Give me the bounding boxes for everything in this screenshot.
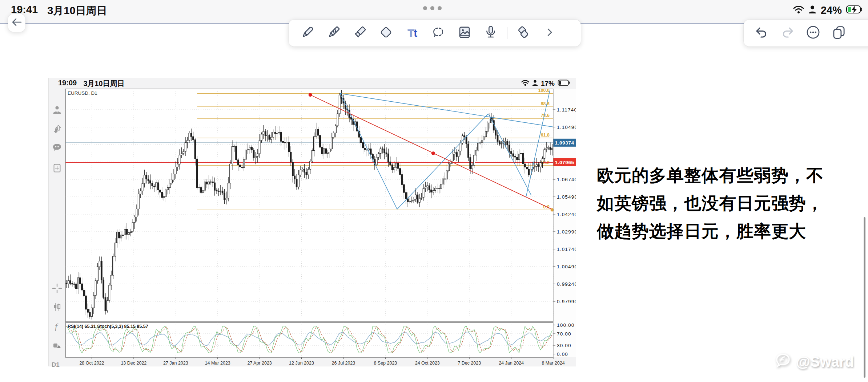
svg-text:27 Jan 2023: 27 Jan 2023 <box>163 361 188 366</box>
svg-text:0.97990: 0.97990 <box>557 299 576 304</box>
svg-text:88.6: 88.6 <box>541 101 550 106</box>
microphone-icon <box>483 25 498 41</box>
screenshot-person-icon <box>532 80 538 88</box>
screenshot-status-time: 19:09 <box>58 79 77 89</box>
toolbar-expand-button[interactable] <box>538 23 561 43</box>
multitask-dots-indicator <box>423 6 442 10</box>
duplicate-button[interactable] <box>832 25 846 41</box>
svg-text:14 Mar 2023: 14 Mar 2023 <box>205 361 230 366</box>
trader-icon[interactable] <box>52 105 62 115</box>
svg-text:28 Oct 2022: 28 Oct 2022 <box>79 361 104 366</box>
svg-text:0.00: 0.00 <box>557 351 568 357</box>
status-right-cluster: 24% <box>793 4 863 16</box>
current-price-badge: 1.09374 <box>553 139 576 147</box>
watermark-handle: @Sward <box>796 354 854 370</box>
pen-tool-button[interactable] <box>296 23 319 43</box>
screenshot-sidebar: f D1 <box>49 89 65 366</box>
svg-text:f: f <box>55 322 59 331</box>
timeframe-label[interactable]: D1 <box>52 361 60 369</box>
watermark: @Sward <box>773 351 854 372</box>
svg-text:1.05490: 1.05490 <box>557 194 576 200</box>
svg-text:1.00490: 1.00490 <box>557 264 576 269</box>
back-button[interactable] <box>8 14 25 32</box>
chat-icon[interactable] <box>52 143 62 152</box>
more-button[interactable] <box>805 25 821 41</box>
screenshot-battery-percent: 17% <box>541 80 555 88</box>
symbol-timeframe-label: EURUSD, D1 <box>68 90 97 96</box>
trade-arrows-icon[interactable] <box>52 125 62 134</box>
screenshot-wifi-icon <box>521 80 529 88</box>
pasted-trading-screenshot[interactable]: 1.117401.104901.092401.079901.067401.054… <box>49 78 576 366</box>
status-time-date: 19:41 3月10日周日 <box>11 4 107 18</box>
lasso-tool-button[interactable] <box>427 23 450 43</box>
eraser-tool-button[interactable] <box>374 23 398 43</box>
svg-text:61.8: 61.8 <box>541 133 550 138</box>
text-tool-button[interactable]: Tt <box>401 23 424 43</box>
highlighter-tool-button[interactable] <box>348 23 371 43</box>
date-axis: 28 Oct 202213 Dec 202227 Jan 202314 Mar … <box>79 357 564 366</box>
new-order-icon[interactable] <box>52 163 62 173</box>
annotation-line-2: 如英镑强，也没有日元强势， <box>597 189 851 217</box>
pencil-tool-button[interactable] <box>322 23 345 43</box>
image-icon <box>457 25 472 41</box>
svg-text:24 Jan 2024: 24 Jan 2024 <box>499 361 524 366</box>
undo-button[interactable] <box>755 25 769 41</box>
text-tool-label-t: t <box>414 27 417 39</box>
svg-text:1.07965: 1.07965 <box>555 160 574 165</box>
svg-text:13 Dec 2022: 13 Dec 2022 <box>121 361 146 366</box>
chart-panels <box>65 89 576 357</box>
annotation-line-1: 欧元的多单整体有些弱势，不 <box>597 161 851 189</box>
objects-icon[interactable] <box>52 341 62 350</box>
chart-type-icon[interactable] <box>52 302 62 312</box>
back-arrow-icon <box>11 17 22 28</box>
svg-text:7 Dec 2023: 7 Dec 2023 <box>458 361 481 366</box>
highlighter-icon <box>353 25 367 41</box>
svg-text:100.00: 100.00 <box>557 322 575 328</box>
screenshot-status-bar: 19:09 3月10日周日 17% <box>49 78 576 89</box>
svg-text:1.06740: 1.06740 <box>557 177 576 182</box>
eurusd-chart: 1.117401.104901.092401.079901.067401.054… <box>49 78 576 366</box>
crosshair-icon[interactable] <box>52 284 62 293</box>
wifi-icon <box>793 4 804 16</box>
text-tool-label-T: T <box>408 27 414 39</box>
status-date: 3月10日周日 <box>47 4 107 18</box>
svg-text:12 Jun 2023: 12 Jun 2023 <box>289 361 314 366</box>
battery-charging-icon <box>846 4 863 16</box>
svg-text:24 Oct 2023: 24 Oct 2023 <box>415 361 440 366</box>
screenshot-status-date: 3月10日周日 <box>83 79 124 89</box>
lasso-icon <box>431 25 446 41</box>
svg-text:1.04240: 1.04240 <box>557 212 576 217</box>
note-action-toolbar <box>744 20 868 46</box>
image-tool-button[interactable] <box>453 23 476 43</box>
svg-text:1.02990: 1.02990 <box>557 229 576 235</box>
pencil-icon <box>326 25 341 41</box>
microphone-tool-button[interactable] <box>479 23 502 43</box>
note-drawing-toolbar: Tt <box>289 20 581 46</box>
note-annotation-text: 欧元的多单整体有些弱势，不 如英镑强，也没有日元强势， 做趋势选择日元，胜率更大 <box>597 161 851 245</box>
watermark-logo-icon <box>773 351 792 372</box>
page-scrollbar[interactable] <box>864 217 865 378</box>
svg-text:30.00: 30.00 <box>557 343 571 348</box>
battery-percent: 24% <box>821 4 842 16</box>
symbol-label: EURUSD, D1 <box>68 90 97 96</box>
oscillator-label: RSI(14) 65.31 Stoch(5,3,3) 85.15 85.57 <box>68 324 148 329</box>
eraser-icon <box>379 25 393 41</box>
pen-icon <box>300 25 315 41</box>
svg-text:8 Sep 2023: 8 Sep 2023 <box>374 361 397 366</box>
person-icon <box>808 4 816 16</box>
shapes-icon <box>516 25 531 41</box>
hline-price-badge: 1.07965 <box>553 158 576 166</box>
screenshot-battery-icon <box>558 80 571 88</box>
indicator-f-icon[interactable]: f <box>52 322 62 331</box>
svg-text:1.11740: 1.11740 <box>557 107 576 113</box>
svg-text:1.01740: 1.01740 <box>557 247 576 252</box>
redo-button[interactable] <box>780 25 795 41</box>
svg-text:78.6: 78.6 <box>541 113 550 118</box>
svg-text:26 Jul 2023: 26 Jul 2023 <box>332 361 355 366</box>
shapes-tool-button[interactable] <box>512 23 535 43</box>
chevron-right-icon <box>544 26 555 40</box>
svg-text:8 Mar 2024: 8 Mar 2024 <box>542 361 564 366</box>
annotation-line-3: 做趋势选择日元，胜率更大 <box>597 217 851 245</box>
svg-text:1.09374: 1.09374 <box>555 140 574 146</box>
toolbar-divider <box>507 27 507 39</box>
